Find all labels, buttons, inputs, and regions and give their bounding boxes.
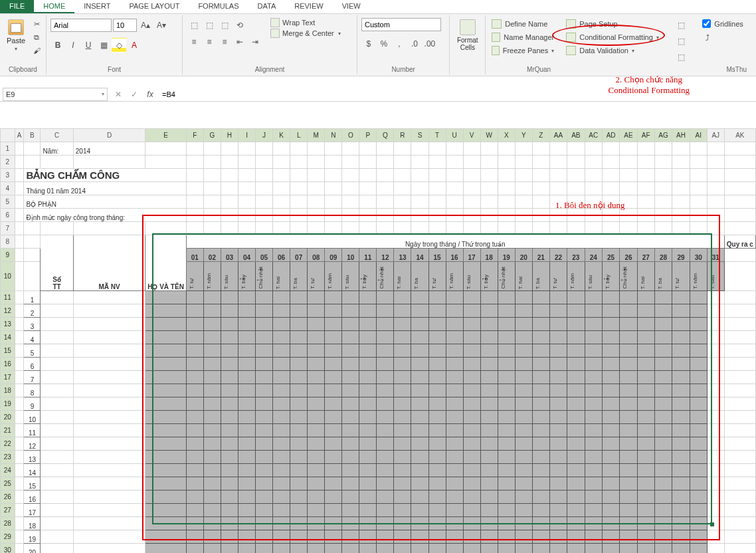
cell[interactable] (342, 504, 359, 517)
cell[interactable] (256, 156, 273, 169)
cell[interactable] (290, 182, 308, 195)
cell[interactable] (359, 477, 377, 491)
cell[interactable] (724, 517, 755, 530)
cell[interactable] (15, 142, 24, 156)
cell[interactable] (549, 344, 567, 358)
cell[interactable] (411, 504, 428, 517)
cell[interactable] (41, 477, 73, 491)
cell[interactable]: T. bảy (480, 262, 498, 291)
cell[interactable] (567, 384, 585, 397)
row-header[interactable]: 10 (1, 262, 15, 291)
cell[interactable] (549, 371, 567, 384)
col-header[interactable]: C (41, 129, 73, 142)
cell[interactable] (273, 384, 290, 397)
tab-review[interactable]: REVIEW (285, 0, 332, 13)
cell[interactable]: T. sáu (707, 262, 724, 291)
cell[interactable] (480, 411, 498, 424)
cell[interactable] (532, 371, 549, 384)
cell[interactable] (411, 318, 428, 331)
cell[interactable]: 06 (273, 249, 290, 262)
cell[interactable]: 19 (24, 530, 41, 544)
cell[interactable] (186, 437, 203, 451)
cell[interactable] (15, 209, 24, 222)
cell[interactable] (690, 424, 707, 437)
cell[interactable] (480, 291, 498, 304)
cell[interactable] (145, 142, 187, 156)
cell[interactable] (532, 156, 549, 169)
cell[interactable] (377, 424, 394, 437)
cell[interactable] (602, 182, 619, 195)
cell[interactable] (654, 182, 672, 195)
cell[interactable] (463, 142, 480, 156)
col-header[interactable]: P (359, 129, 377, 142)
cell[interactable] (480, 209, 498, 222)
misc-icon[interactable]: ⤴ (700, 31, 715, 45)
cell[interactable] (15, 235, 24, 249)
cell[interactable] (620, 304, 637, 318)
cell[interactable] (672, 384, 690, 397)
cell[interactable] (654, 504, 672, 517)
cell[interactable] (377, 491, 394, 504)
cell[interactable] (724, 262, 755, 291)
cell[interactable] (256, 544, 273, 554)
cell[interactable] (203, 358, 221, 371)
cell[interactable] (145, 331, 187, 344)
cell[interactable] (620, 156, 637, 169)
cell[interactable] (446, 517, 463, 530)
page-setup-button[interactable]: Page Setup (564, 18, 666, 30)
cell[interactable] (480, 424, 498, 437)
cell[interactable] (203, 304, 221, 318)
cell[interactable] (567, 491, 585, 504)
cell[interactable] (203, 318, 221, 331)
increase-decimal-icon[interactable]: .0 (407, 37, 422, 51)
cell[interactable]: 05 (256, 249, 273, 262)
cell[interactable] (724, 169, 755, 182)
cell[interactable] (41, 371, 73, 384)
cell[interactable] (690, 195, 707, 209)
cell[interactable] (73, 371, 145, 384)
cell[interactable] (515, 424, 532, 437)
cell[interactable] (359, 222, 377, 235)
wrap-text-button[interactable]: Wrap Text (270, 18, 341, 27)
underline-button[interactable]: U (81, 38, 96, 53)
cell[interactable] (73, 477, 145, 491)
cell[interactable] (707, 169, 724, 182)
cell[interactable] (411, 291, 428, 304)
cell[interactable] (273, 544, 290, 554)
cell[interactable] (325, 544, 342, 554)
cell[interactable] (221, 222, 238, 235)
cell[interactable] (238, 291, 256, 304)
col-header[interactable]: I (238, 129, 256, 142)
cell[interactable] (411, 477, 428, 491)
row-header[interactable]: 27 (1, 504, 15, 517)
cell[interactable] (549, 397, 567, 411)
cell[interactable]: T. ba (411, 262, 428, 291)
row-header[interactable]: 30 (1, 544, 15, 554)
cell[interactable] (428, 344, 446, 358)
cell[interactable] (359, 451, 377, 464)
cell[interactable] (549, 504, 567, 517)
cell[interactable] (290, 411, 308, 424)
cell[interactable] (186, 371, 203, 384)
cell[interactable] (620, 464, 637, 477)
cell[interactable] (515, 504, 532, 517)
cell[interactable] (221, 331, 238, 344)
cell[interactable] (73, 491, 145, 504)
col-header[interactable]: AE (620, 129, 637, 142)
cell[interactable] (498, 397, 515, 411)
cell[interactable] (637, 195, 654, 209)
cell[interactable] (637, 477, 654, 491)
cell[interactable] (411, 142, 428, 156)
cell[interactable] (428, 437, 446, 451)
cell[interactable] (428, 504, 446, 517)
cell[interactable] (637, 156, 654, 169)
cell[interactable] (325, 331, 342, 344)
cell[interactable] (637, 517, 654, 530)
cell[interactable] (15, 318, 24, 331)
cell[interactable] (411, 424, 428, 437)
cell[interactable] (498, 195, 515, 209)
cell[interactable] (308, 397, 325, 411)
cell[interactable] (515, 397, 532, 411)
cell[interactable] (515, 517, 532, 530)
cell[interactable] (273, 142, 290, 156)
